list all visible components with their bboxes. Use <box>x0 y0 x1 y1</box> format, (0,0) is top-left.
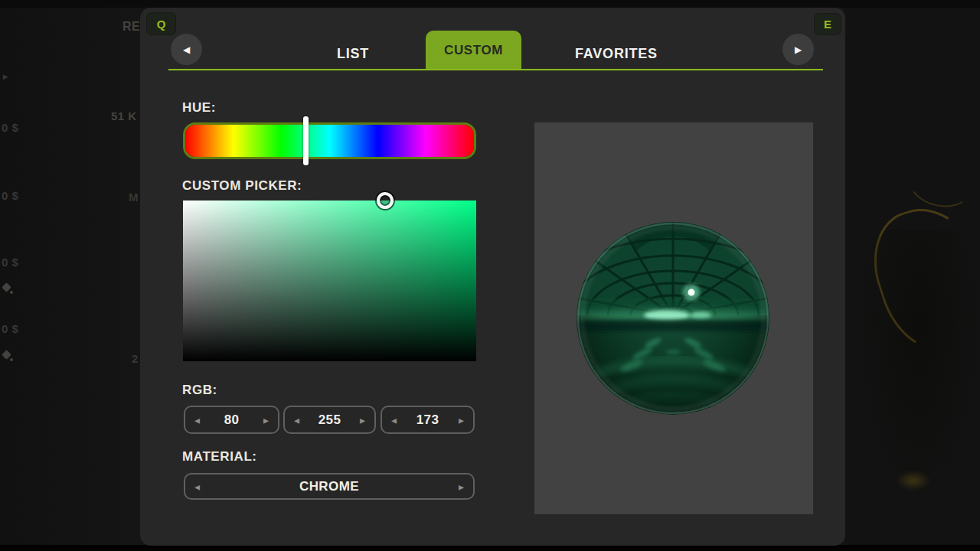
tab-list[interactable]: LIST <box>307 46 399 62</box>
green-value: 255 <box>318 412 341 428</box>
tab-custom[interactable]: CUSTOM <box>426 31 521 70</box>
red-value: 80 <box>224 412 240 428</box>
hud-price-1: 0 $ <box>2 189 18 202</box>
red-decrease-icon[interactable]: ◂ <box>194 415 200 425</box>
blue-value-stepper[interactable]: ◂ 173 ▸ <box>381 406 475 434</box>
custom-picker-label: CUSTOM PICKER: <box>182 178 302 194</box>
rgb-label: RGB: <box>182 383 217 398</box>
material-preview-panel <box>534 122 813 514</box>
tab-underline <box>168 69 823 70</box>
next-tab-button[interactable]: ▶ <box>782 34 814 65</box>
hotkey-q-label: Q <box>157 18 166 31</box>
material-next-icon[interactable]: ▸ <box>459 481 464 492</box>
hotkey-e-label: E <box>824 18 831 31</box>
material-preview-sphere <box>577 222 769 415</box>
green-value-stepper[interactable]: ◂ 255 ▸ <box>283 406 376 434</box>
hud-tag-2: 2 <box>132 352 139 365</box>
paint-spray-icon <box>2 283 13 294</box>
saturation-value-handle[interactable] <box>377 192 394 209</box>
green-increase-icon[interactable]: ▸ <box>360 415 365 425</box>
hud-balance: 51 K <box>111 109 137 122</box>
hud-price-2: 0 $ <box>2 256 18 269</box>
hotkey-q-badge: Q <box>147 13 175 34</box>
blue-value: 173 <box>416 412 439 428</box>
green-decrease-icon[interactable]: ◂ <box>294 415 299 425</box>
game-screen: RE 51 K ▸ 0 $ M 0 $ 0 $ 0 $ 2 Q E ◀ ▶ LI… <box>0 0 980 551</box>
material-value: CHROME <box>299 479 359 494</box>
hud-arrow-icon: ▸ <box>3 71 8 82</box>
hud-truncated-title: RE <box>122 20 140 34</box>
paint-spray-icon-2 <box>2 350 13 361</box>
arrow-right-icon: ▶ <box>795 44 802 55</box>
hud-price-3: 0 $ <box>2 322 18 335</box>
background-left-shade <box>0 0 140 551</box>
material-label: MATERIAL: <box>182 449 257 465</box>
tab-favorites[interactable]: FAVORITES <box>559 46 674 62</box>
sphere-render <box>577 222 769 415</box>
hue-label: HUE: <box>182 100 216 116</box>
hue-slider-handle[interactable] <box>303 116 309 165</box>
color-customization-modal: Q E ◀ ▶ LIST CUSTOM FAVORITES HUE: CUSTO… <box>140 8 845 546</box>
tab-custom-label: CUSTOM <box>444 43 503 58</box>
background-top-strip <box>0 0 980 8</box>
blue-decrease-icon[interactable]: ◂ <box>391 415 397 425</box>
red-value-stepper[interactable]: ◂ 80 ▸ <box>184 406 279 434</box>
material-stepper[interactable]: ◂ CHROME ▸ <box>184 473 475 500</box>
motorcycle-glow <box>896 471 931 491</box>
hud-price-0: 0 $ <box>2 121 18 134</box>
saturation-value-picker[interactable] <box>183 201 476 361</box>
blue-increase-icon[interactable]: ▸ <box>459 415 464 425</box>
background-bottom-strip <box>0 545 980 551</box>
prev-tab-button[interactable]: ◀ <box>171 34 202 65</box>
red-increase-icon[interactable]: ▸ <box>263 415 269 425</box>
hotkey-e-badge: E <box>815 14 841 34</box>
material-prev-icon[interactable]: ◂ <box>194 481 200 492</box>
hue-slider[interactable] <box>183 122 476 159</box>
hud-tag-m: M <box>129 191 139 204</box>
arrow-left-icon: ◀ <box>183 44 190 55</box>
